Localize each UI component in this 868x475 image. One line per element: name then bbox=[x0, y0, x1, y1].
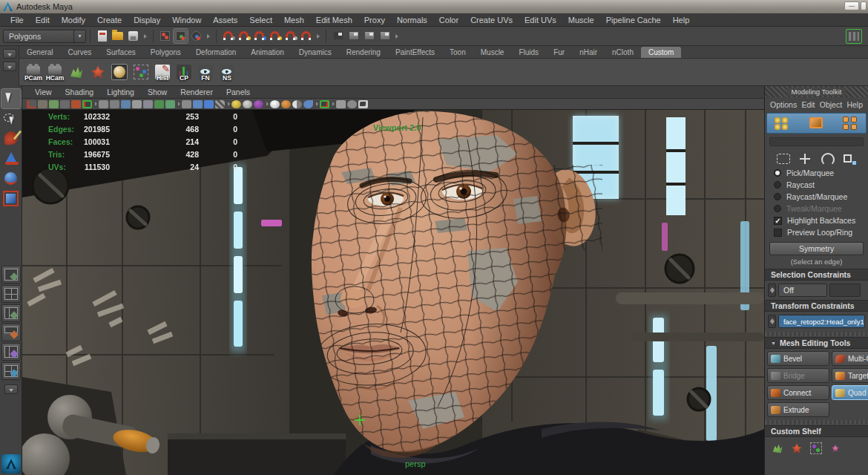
custom-shelf-hand-icon[interactable] bbox=[769, 440, 786, 456]
custom-shelf-header[interactable]: Custom Shelf bbox=[765, 425, 868, 437]
shelf-tab-fluids[interactable]: Fluids bbox=[511, 47, 546, 58]
panel-menu-lighting[interactable]: Lighting bbox=[100, 88, 141, 96]
layout-shortcut-expander-icon[interactable] bbox=[4, 384, 18, 394]
mtk-menu-help[interactable]: Help bbox=[844, 100, 865, 109]
menu-create-uvs[interactable]: Create UVs bbox=[464, 16, 519, 24]
menu-create[interactable]: Create bbox=[91, 16, 128, 24]
shelf-item-pcam[interactable]: PCam bbox=[24, 62, 43, 82]
panel-menu-show[interactable]: Show bbox=[141, 88, 174, 96]
shelf-item-hand-tool[interactable] bbox=[67, 62, 86, 82]
transform-constraint-field[interactable]: face_retopo2:Head_only1:Me bbox=[778, 315, 865, 328]
snap-to-point-icon[interactable] bbox=[252, 29, 266, 43]
menu-pipeline-cache[interactable]: Pipeline Cache bbox=[600, 16, 667, 24]
mtk-move-tool-icon[interactable] bbox=[798, 153, 812, 165]
scale-tool-icon[interactable] bbox=[1, 189, 21, 209]
shelf-tab-custom[interactable]: Custom bbox=[641, 47, 681, 58]
quad-draw-button[interactable]: Quad Dr bbox=[832, 385, 868, 400]
group-expander-icon[interactable] bbox=[315, 31, 320, 42]
shelf-tab-toon[interactable]: Toon bbox=[442, 47, 473, 58]
constraint-spinner-icon[interactable] bbox=[768, 315, 776, 328]
snap-brackets-icon[interactable] bbox=[82, 100, 92, 108]
symmetry-button[interactable]: Symmetry bbox=[769, 242, 864, 255]
shelf-tab-general[interactable]: General bbox=[19, 47, 61, 58]
menu-muscle[interactable]: Muscle bbox=[562, 16, 600, 24]
share-view-icon[interactable] bbox=[358, 100, 368, 108]
custom-shelf-pink-icon[interactable] bbox=[827, 440, 844, 456]
outliner-persp-layout-icon[interactable] bbox=[1, 343, 21, 361]
menu-normals[interactable]: Normals bbox=[391, 16, 433, 24]
constraint-spinner-icon[interactable] bbox=[768, 284, 776, 297]
make-live-icon[interactable] bbox=[299, 29, 313, 43]
ambient-occlusion-icon[interactable] bbox=[281, 100, 291, 108]
select-by-object-icon[interactable] bbox=[174, 29, 188, 43]
paint-select-tool-icon[interactable] bbox=[1, 129, 21, 148]
menu-edit-mesh[interactable]: Edit Mesh bbox=[310, 16, 358, 24]
selection-constraint-dropdown[interactable]: Off bbox=[778, 284, 827, 297]
film-gate-icon[interactable] bbox=[99, 100, 108, 108]
shelf-tab-ncloth[interactable]: nCloth bbox=[605, 47, 641, 58]
shelf-item-cp[interactable]: CP bbox=[174, 62, 194, 82]
panel-menu-panels[interactable]: Panels bbox=[220, 88, 257, 96]
raycast-marquee-radio[interactable]: Raycast/Marquee bbox=[765, 191, 868, 203]
gate-mask-icon[interactable] bbox=[121, 100, 131, 108]
mtk-menu-options[interactable]: Options bbox=[768, 100, 799, 109]
image-plane-icon[interactable] bbox=[49, 100, 59, 108]
new-scene-icon[interactable] bbox=[95, 29, 109, 43]
custom-shelf-component-icon[interactable] bbox=[808, 440, 824, 456]
raycast-radio[interactable]: Raycast bbox=[765, 179, 868, 191]
shelf-tab-fur[interactable]: Fur bbox=[546, 47, 572, 58]
shelf-tab-animation[interactable]: Animation bbox=[243, 47, 291, 58]
transform-constraints-header[interactable]: Transform Constraints bbox=[765, 300, 868, 312]
isolate-select-icon[interactable] bbox=[320, 100, 329, 108]
menu-window[interactable]: Window bbox=[166, 16, 207, 24]
lasso-tool-icon[interactable] bbox=[1, 109, 21, 128]
shadows-icon[interactable] bbox=[270, 100, 280, 108]
panel-menu-view[interactable]: View bbox=[28, 88, 59, 96]
render-current-frame-icon[interactable] bbox=[346, 29, 361, 43]
mtk-scale-tool-icon[interactable] bbox=[842, 153, 857, 165]
shelf-tab-menu-icon[interactable] bbox=[3, 49, 16, 59]
shelf-item-fn[interactable]: FN bbox=[196, 62, 215, 82]
select-by-hierarchy-icon[interactable] bbox=[158, 29, 172, 43]
shaded-mode-icon[interactable] bbox=[193, 100, 203, 108]
no-lights-icon[interactable] bbox=[254, 100, 263, 108]
grease-pencil-icon[interactable] bbox=[71, 100, 81, 108]
mtk-menu-edit[interactable]: Edit bbox=[799, 100, 817, 109]
shelf-tab-painteffects[interactable]: PaintEffects bbox=[388, 47, 442, 58]
four-pane-layout-icon[interactable] bbox=[1, 285, 21, 303]
mtk-rotate-tool-icon[interactable] bbox=[820, 153, 835, 165]
shelf-tab-muscle[interactable]: Muscle bbox=[473, 47, 512, 58]
menu-display[interactable]: Display bbox=[128, 16, 166, 24]
target-weld-button[interactable]: Target W bbox=[832, 368, 868, 383]
marquee-select-icon[interactable] bbox=[777, 154, 790, 164]
motion-blur-icon[interactable] bbox=[292, 100, 302, 108]
snap-to-grid-icon[interactable] bbox=[221, 29, 235, 43]
multi-cut-button[interactable]: Multi-Cu bbox=[832, 351, 868, 366]
resolution-gate-icon[interactable] bbox=[110, 100, 119, 108]
bevel-button[interactable]: Bevel bbox=[767, 351, 829, 366]
edge-mode-icon[interactable] bbox=[808, 116, 826, 131]
snap-to-curve-icon[interactable] bbox=[237, 29, 251, 43]
shelf-item-hist[interactable]: Hist bbox=[153, 62, 172, 82]
select-by-component-icon[interactable] bbox=[189, 29, 203, 43]
mesh-editing-tools-header[interactable]: ▼ Mesh Editing Tools bbox=[765, 337, 868, 349]
render-view-icon[interactable] bbox=[331, 29, 345, 43]
shelf-item-sphere-material[interactable] bbox=[110, 62, 129, 82]
single-pane-layout-icon[interactable] bbox=[1, 266, 21, 284]
contrast-icon[interactable] bbox=[347, 100, 357, 108]
snap-to-projected-center-icon[interactable] bbox=[268, 29, 282, 43]
flat-lighting-icon[interactable] bbox=[243, 100, 252, 108]
pick-marquee-radio[interactable]: Pick/Marquee bbox=[765, 167, 868, 179]
rotate-tool-icon[interactable] bbox=[1, 169, 21, 189]
extrude-button[interactable]: Extrude bbox=[767, 402, 829, 417]
field-chart-icon[interactable] bbox=[132, 100, 142, 108]
persp-outliner-layout-icon[interactable] bbox=[1, 304, 21, 322]
shelf-tab-nhair[interactable]: nHair bbox=[572, 47, 605, 58]
mtk-menu-object[interactable]: Object bbox=[818, 100, 844, 109]
custom-shelf-flower-icon[interactable] bbox=[789, 440, 805, 456]
panel-menu-renderer[interactable]: Renderer bbox=[174, 88, 220, 96]
menu-set-dropdown[interactable]: Polygons ▾ bbox=[3, 30, 86, 43]
bookmarks-icon[interactable] bbox=[38, 100, 47, 108]
persp-graph-layout-icon[interactable] bbox=[1, 324, 21, 341]
group-expander-icon[interactable] bbox=[394, 31, 399, 42]
